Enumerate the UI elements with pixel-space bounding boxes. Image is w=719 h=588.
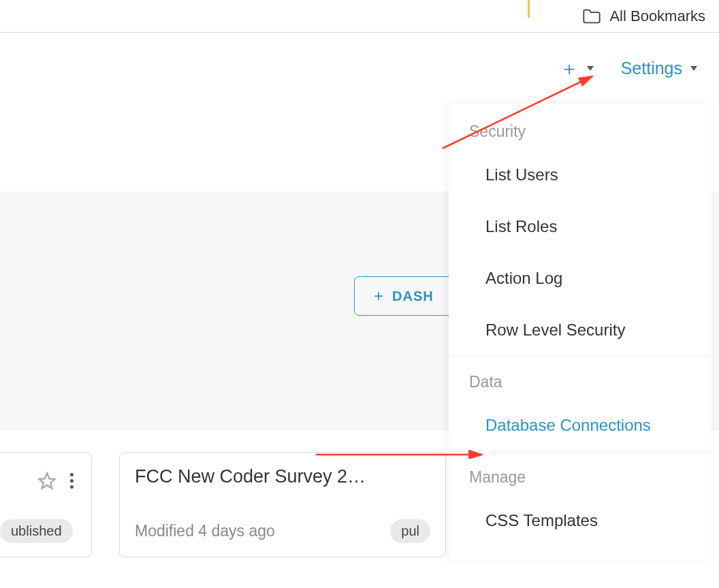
menu-item-database-connections[interactable]: Database Connections — [449, 399, 712, 451]
top-toolbar: ＋ Settings — [0, 33, 719, 104]
bookmarks-divider — [528, 0, 530, 18]
plus-icon: + — [374, 287, 384, 306]
svg-marker-0 — [39, 473, 54, 488]
new-dashboard-button[interactable]: + DASH — [354, 276, 453, 316]
menu-item-action-log[interactable]: Action Log — [449, 252, 712, 304]
dashboard-button-label: DASH — [392, 289, 434, 304]
menu-section-data: Data — [449, 356, 712, 399]
settings-label: Settings — [621, 59, 682, 78]
dashboard-card[interactable]: FCC New Coder Survey 2… Modified 4 days … — [119, 452, 446, 557]
menu-item-list-users[interactable]: List Users — [449, 149, 712, 201]
modified-text: Modified 4 days ago — [135, 522, 275, 540]
status-badge: ublished — [0, 519, 73, 543]
plus-icon: ＋ — [560, 59, 579, 78]
card-title: FCC New Coder Survey 2… — [135, 466, 430, 487]
all-bookmarks-label: All Bookmarks — [609, 7, 705, 25]
bookmarks-bar: All Bookmarks — [0, 0, 719, 33]
dashboards-cards-row: ublished FCC New Coder Survey 2… Modifie… — [0, 452, 446, 557]
menu-section-manage: Manage — [449, 451, 712, 495]
caret-down-icon — [587, 66, 594, 71]
kebab-menu-icon[interactable] — [67, 470, 76, 491]
add-button[interactable]: ＋ — [560, 59, 594, 78]
settings-dropdown-menu: Security List Users List Roles Action Lo… — [449, 103, 712, 560]
caret-down-icon — [690, 66, 697, 71]
menu-section-security: Security — [449, 103, 712, 149]
menu-item-list-roles[interactable]: List Roles — [449, 201, 712, 252]
status-badge: pul — [390, 519, 430, 543]
menu-item-row-level-security[interactable]: Row Level Security — [449, 304, 712, 356]
folder-icon — [582, 8, 601, 24]
settings-button[interactable]: Settings — [621, 59, 697, 78]
star-icon[interactable] — [37, 472, 57, 491]
menu-item-css-templates[interactable]: CSS Templates — [449, 495, 712, 546]
all-bookmarks-item[interactable]: All Bookmarks — [582, 7, 705, 25]
dashboard-card[interactable]: ublished — [0, 452, 92, 557]
